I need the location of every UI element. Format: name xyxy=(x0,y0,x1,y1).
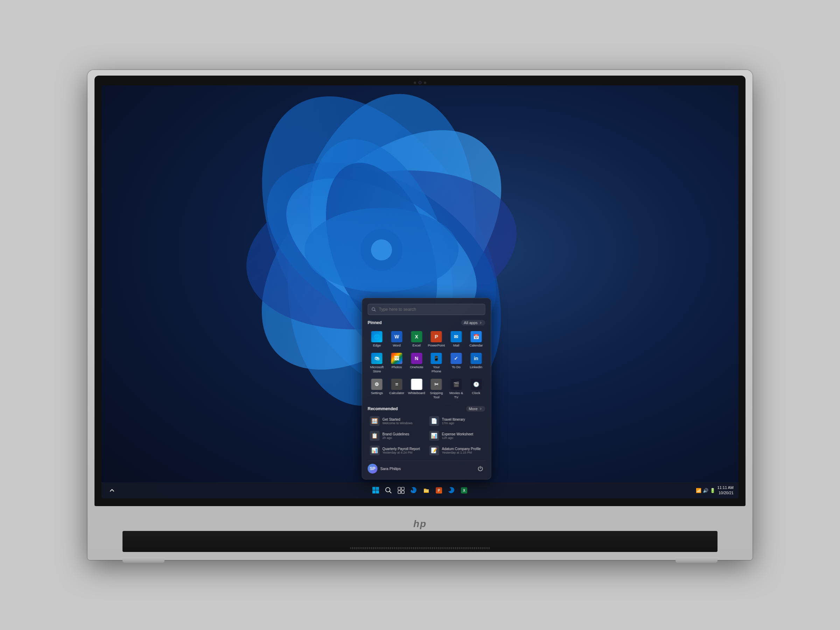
app-label-photos: Photos xyxy=(392,365,402,369)
app-label-mail: Mail xyxy=(453,343,459,347)
app-item-edge[interactable]: 🌐Edge xyxy=(368,329,387,349)
more-button[interactable]: More xyxy=(466,406,485,412)
svg-rect-13 xyxy=(373,487,376,490)
app-item-store[interactable]: 🛍Microsoft Store xyxy=(368,351,387,375)
app-icon-word: W xyxy=(391,331,402,342)
task-view-button[interactable] xyxy=(395,485,407,496)
rec-icon-payroll: 📊 xyxy=(370,445,380,455)
pinned-header: Pinned All apps xyxy=(368,320,485,325)
camera-dot-left xyxy=(414,82,416,84)
app-item-todo[interactable]: ✓To Do xyxy=(447,351,466,375)
app-label-movies: Movies & TV xyxy=(448,391,465,399)
speaker-grille xyxy=(350,547,490,549)
camera-dot-right xyxy=(424,82,426,84)
start-menu: Pinned All apps 🌐EdgeWWordXExcelPPowerPo… xyxy=(362,298,491,480)
clock-time: 11:11 AM xyxy=(717,485,734,490)
user-power-bar: SP Sara Philips xyxy=(368,461,485,474)
app-item-linkedin[interactable]: inLinkedIn xyxy=(467,351,485,375)
app-label-calendar: Calendar xyxy=(469,343,483,347)
rec-item-adatum[interactable]: 📝Adatum Company ProfileYesterday at 1:15… xyxy=(427,444,485,457)
app-label-settings: Settings xyxy=(371,391,383,395)
rec-info-adatum: Adatum Company ProfileYesterday at 1:15 … xyxy=(442,447,483,454)
svg-point-10 xyxy=(371,239,392,261)
volume-icon: 🔊 xyxy=(703,488,708,493)
rec-name-adatum: Adatum Company Profile xyxy=(442,447,483,451)
taskbar-app3-icon: P xyxy=(436,487,442,494)
power-button[interactable] xyxy=(476,464,485,474)
rec-time-expense: 12h ago xyxy=(442,436,483,440)
svg-rect-21 xyxy=(398,491,401,494)
app-item-snipping[interactable]: ✂Snipping Tool xyxy=(427,377,446,401)
rec-info-get-started: Get StartedWelcome to Windows xyxy=(382,418,424,425)
screen-bezel: Pinned All apps 🌐EdgeWWordXExcelPPowerPo… xyxy=(95,76,745,506)
app-item-whiteboard[interactable]: 🖊Whiteboard xyxy=(407,377,426,401)
rec-item-expense[interactable]: 📊Expense Worksheet12h ago xyxy=(427,429,485,442)
app-item-excel[interactable]: XExcel xyxy=(407,329,426,349)
rec-item-payroll[interactable]: 📊Quarterly Payroll ReportYesterday at 4:… xyxy=(368,444,426,457)
app-label-whiteboard: Whiteboard xyxy=(408,391,425,395)
taskbar-edge2[interactable] xyxy=(446,485,457,496)
app-item-mail[interactable]: ✉Mail xyxy=(447,329,466,349)
screen: Pinned All apps 🌐EdgeWWordXExcelPPowerPo… xyxy=(101,85,739,498)
app-icon-calendar: 📅 xyxy=(471,331,482,342)
start-button[interactable] xyxy=(370,485,382,496)
rec-item-get-started[interactable]: 🪟Get StartedWelcome to Windows xyxy=(368,414,426,428)
app-label-store: Microsoft Store xyxy=(369,365,386,373)
windows-logo-icon xyxy=(373,487,379,494)
app-item-clock[interactable]: 🕐Clock xyxy=(467,377,485,401)
hp-logo: hp xyxy=(413,518,427,529)
rec-name-get-started: Get Started xyxy=(382,418,424,422)
system-tray-expand[interactable] xyxy=(106,485,118,496)
taskbar-excel[interactable]: X xyxy=(458,485,470,496)
recommended-grid: 🪟Get StartedWelcome to Windows📄Travel It… xyxy=(368,414,485,457)
laptop-bottom: hp xyxy=(87,506,753,560)
rec-icon-adatum: 📝 xyxy=(429,445,439,455)
pinned-app-grid: 🌐EdgeWWordXExcelPPowerPoint✉Mail📅Calenda… xyxy=(368,329,485,401)
task-view-icon xyxy=(398,487,404,494)
app-item-settings[interactable]: ⚙Settings xyxy=(368,377,387,401)
hinge-right xyxy=(676,557,717,563)
app-item-yourphone[interactable]: 📱Your Phone xyxy=(427,351,446,375)
taskbar-search-button[interactable] xyxy=(383,485,394,496)
battery-icon: 🔋 xyxy=(710,488,715,493)
app-item-movies[interactable]: 🎬Movies & TV xyxy=(447,377,466,401)
app-label-calculator: Calculator xyxy=(389,391,404,395)
taskbar-right: 📶 🔊 🔋 11:11 AM 10/20/21 xyxy=(696,485,734,496)
svg-rect-22 xyxy=(401,491,404,494)
taskbar-excel-icon: X xyxy=(461,487,467,494)
app-label-snipping: Snipping Tool xyxy=(428,391,445,399)
camera-lens xyxy=(418,81,422,84)
app-icon-edge: 🌐 xyxy=(371,331,382,342)
rec-item-brand[interactable]: 📋Brand Guidelines2h ago xyxy=(368,429,426,442)
taskbar-edge-icon[interactable] xyxy=(408,485,419,496)
taskbar-explorer-icon[interactable] xyxy=(421,485,432,496)
search-input[interactable] xyxy=(379,307,482,312)
app-item-calendar[interactable]: 📅Calendar xyxy=(467,329,485,349)
app-label-onenote: OneNote xyxy=(410,365,423,369)
app-label-todo: To Do xyxy=(452,365,461,369)
app-item-calculator[interactable]: =Calculator xyxy=(387,377,406,401)
search-bar[interactable] xyxy=(368,304,485,315)
system-tray: 📶 🔊 🔋 xyxy=(696,488,715,493)
app-icon-onenote: N xyxy=(411,353,422,364)
rec-item-travel[interactable]: 📄Travel Itinerary17m ago xyxy=(427,414,485,428)
taskbar-clock[interactable]: 11:11 AM 10/20/21 xyxy=(717,485,734,496)
all-apps-button[interactable]: All apps xyxy=(461,320,485,325)
rec-icon-travel: 📄 xyxy=(429,416,439,426)
app-icon-excel: X xyxy=(411,331,422,342)
app-icon-yourphone: 📱 xyxy=(431,353,442,364)
user-info[interactable]: SP Sara Philips xyxy=(368,464,401,474)
rec-name-expense: Expense Worksheet xyxy=(442,432,483,436)
app-item-onenote[interactable]: NOneNote xyxy=(407,351,426,375)
app-icon-clock: 🕐 xyxy=(471,379,482,390)
app-item-word[interactable]: WWord xyxy=(387,329,406,349)
app-item-powerpoint[interactable]: PPowerPoint xyxy=(427,329,446,349)
pinned-title: Pinned xyxy=(368,320,382,325)
app-icon-mail: ✉ xyxy=(450,331,462,342)
app-item-photos[interactable]: 🖼Photos xyxy=(387,351,406,375)
taskbar-app3[interactable]: P xyxy=(433,485,445,496)
rec-info-brand: Brand Guidelines2h ago xyxy=(382,432,424,440)
recommended-title: Recommended xyxy=(368,406,398,411)
hinge-left xyxy=(123,557,164,563)
svg-rect-15 xyxy=(373,490,376,494)
